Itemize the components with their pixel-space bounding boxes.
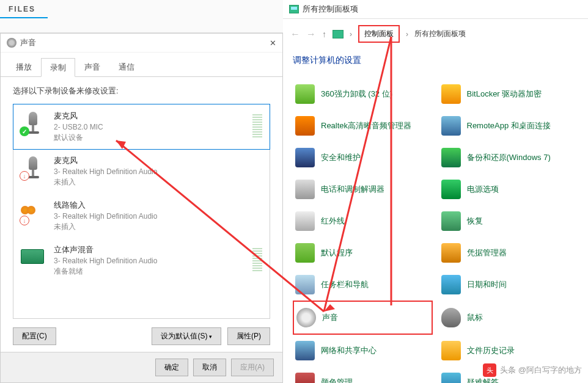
sound-title-text: 声音 <box>20 37 36 48</box>
cp-item-label: 凭据管理器 <box>467 247 507 258</box>
instruction-text: 选择以下录制设备来修改设置: <box>13 86 270 97</box>
cp-item-label: BitLocker 驱动器加密 <box>467 89 542 100</box>
default-programs-icon <box>295 243 315 263</box>
error-badge-icon: ↓ <box>20 171 29 181</box>
device-row[interactable]: ↓ 线路输入 3- Realtek High Definition Audio … <box>13 194 270 238</box>
device-status: 默认设备 <box>54 133 244 143</box>
device-sub: 3- Realtek High Definition Audio <box>54 167 262 176</box>
cp-item[interactable]: 网络和共享中心 <box>293 335 433 367</box>
mouse-icon <box>441 308 461 327</box>
device-name: 麦克风 <box>54 155 262 166</box>
sound-title-bar: 声音 ✕ <box>1 34 282 53</box>
datetime-icon <box>441 275 461 294</box>
tab-communication[interactable]: 通信 <box>109 57 144 76</box>
tab-sounds[interactable]: 声音 <box>75 57 109 76</box>
device-row[interactable]: ✓ 麦克风 2- USB2.0 MIC 默认设备 <box>13 104 270 150</box>
device-name: 麦克风 <box>54 111 244 122</box>
cp-item[interactable]: 任务栏和导航 <box>293 269 433 301</box>
breadcrumb[interactable]: 所有控制面板项 <box>414 29 466 39</box>
cp-item-label: 默认程序 <box>321 247 353 258</box>
apply-button[interactable]: 应用(A) <box>231 359 274 376</box>
tab-playback[interactable]: 播放 <box>7 57 41 76</box>
cp-item[interactable]: 默认程序 <box>293 237 433 269</box>
infrared-icon <box>295 211 315 231</box>
cp-item-label: 电源选项 <box>467 184 499 195</box>
error-badge-icon: ↓ <box>20 216 29 225</box>
files-header: FILES <box>0 0 283 33</box>
device-sub: 3- Realtek High Definition Audio <box>54 257 244 265</box>
level-meter <box>252 244 262 271</box>
device-row[interactable]: ↓ 麦克风 3- Realtek High Definition Audio 未… <box>13 149 270 194</box>
cp-item-sound-highlighted[interactable]: 声音 <box>293 301 433 335</box>
cp-item[interactable]: 安全和维护 <box>293 142 433 173</box>
speaker-icon <box>7 38 17 48</box>
device-sub: 2- USB2.0 MIC <box>54 123 244 131</box>
cp-item-label: 网络和共享中心 <box>321 345 377 356</box>
device-row[interactable]: 立体声混音 3- Realtek High Definition Audio 准… <box>13 238 270 283</box>
cp-item[interactable]: 电话和调制解调器 <box>293 173 433 205</box>
breadcrumb-highlighted[interactable]: 控制面板 <box>358 25 400 43</box>
set-default-button[interactable]: 设为默认值(S) <box>152 327 221 345</box>
cp-item[interactable]: 备份和还原(Windows 7) <box>439 142 579 173</box>
line-in-icon: ↓ <box>21 200 45 224</box>
device-sub: 3- Realtek High Definition Audio <box>54 212 262 221</box>
cp-item[interactable]: 颜色管理 <box>293 367 433 383</box>
phone-icon <box>295 180 315 199</box>
filehistory-icon <box>441 341 461 360</box>
sound-dialog: 声音 ✕ 播放 录制 声音 通信 选择以下录制设备来修改设置: ✓ 麦克风 <box>0 33 283 383</box>
sound-icon <box>296 308 316 327</box>
control-panel-icon <box>289 5 299 13</box>
cp-item[interactable]: 红外线 <box>293 205 433 237</box>
cp-item[interactable]: 鼠标 <box>439 301 579 335</box>
device-status: 准备就绪 <box>54 266 244 277</box>
realtek-icon <box>295 116 315 136</box>
forward-icon[interactable]: → <box>306 29 316 40</box>
control-panel-icon <box>333 30 344 38</box>
cp-item[interactable]: 凭据管理器 <box>439 237 579 269</box>
security-icon <box>295 148 315 167</box>
cp-item-label: 电话和调制解调器 <box>321 184 384 195</box>
cp-item-label: 文件历史记录 <box>467 345 515 356</box>
device-name: 线路输入 <box>54 200 262 211</box>
ok-button[interactable]: 确定 <box>155 359 188 376</box>
network-icon <box>295 341 315 360</box>
cp-item[interactable]: 日期和时间 <box>439 269 579 301</box>
backup-icon <box>441 148 461 167</box>
watermark-icon: 头 <box>483 363 496 377</box>
remoteapp-icon <box>441 116 461 136</box>
files-tab[interactable]: FILES <box>0 0 48 18</box>
close-icon[interactable]: ✕ <box>270 38 276 48</box>
microphone-icon: ✓ <box>21 111 45 135</box>
cp-item[interactable]: RemoteApp 和桌面连接 <box>439 110 579 142</box>
up-icon[interactable]: ↑ <box>322 29 326 39</box>
soundcard-icon <box>21 244 45 269</box>
cp-item[interactable]: 文件历史记录 <box>439 335 579 367</box>
cp-item-label: 备份和还原(Windows 7) <box>467 152 551 163</box>
uninstall-icon <box>295 84 315 104</box>
taskbar-icon <box>295 275 315 294</box>
configure-button[interactable]: 配置(C) <box>13 327 56 345</box>
chevron-right-icon: › <box>350 30 352 38</box>
color-mgmt-icon <box>295 373 315 383</box>
cp-item-label: 鼠标 <box>467 312 483 323</box>
cp-item[interactable]: 360强力卸载 (32 位) <box>293 78 433 110</box>
cp-item[interactable]: BitLocker 驱动器加密 <box>439 78 579 110</box>
chevron-right-icon: › <box>406 30 408 38</box>
power-icon <box>441 180 461 199</box>
cp-item-label: 声音 <box>322 312 338 323</box>
cp-item[interactable]: 恢复 <box>439 205 579 237</box>
cp-item-label: 疑难解答 <box>467 377 499 383</box>
cp-item[interactable]: 电源选项 <box>439 173 579 205</box>
back-icon[interactable]: ← <box>290 29 300 40</box>
cp-item[interactable]: Realtek高清晰音频管理器 <box>293 110 433 142</box>
cp-title-bar: 所有控制面板项 <box>283 0 588 19</box>
tab-recording[interactable]: 录制 <box>41 58 75 77</box>
device-name: 立体声混音 <box>54 244 244 255</box>
properties-button[interactable]: 属性(P) <box>227 327 270 345</box>
cp-item-label: 恢复 <box>467 216 483 227</box>
cancel-button[interactable]: 取消 <box>193 359 226 376</box>
device-list: ✓ 麦克风 2- USB2.0 MIC 默认设备 ↓ <box>13 104 270 319</box>
recovery-icon <box>441 211 461 231</box>
cp-heading: 调整计算机的设置 <box>283 49 588 75</box>
check-badge-icon: ✓ <box>20 126 29 136</box>
